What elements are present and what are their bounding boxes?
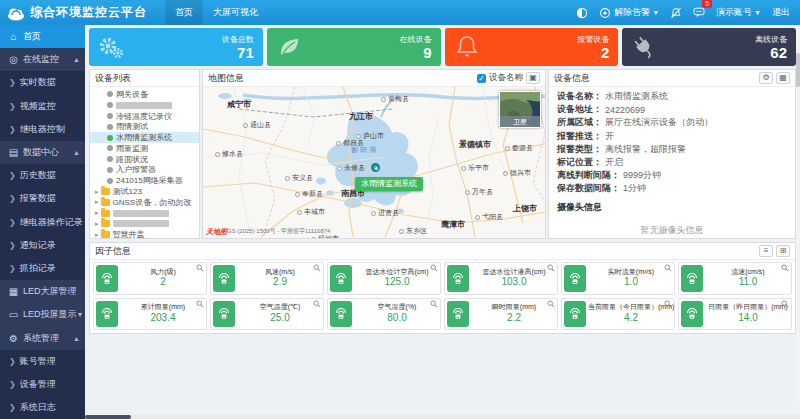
magnifier-icon[interactable] bbox=[313, 300, 321, 308]
magnifier-icon[interactable] bbox=[664, 300, 672, 308]
tree-item[interactable]: ▸ 雨量监测 bbox=[90, 143, 199, 154]
map-label: 奉新县 bbox=[295, 189, 323, 199]
tree-item[interactable]: ▸ 路面状况 bbox=[90, 154, 199, 165]
sensor-icon bbox=[564, 301, 586, 328]
device-info-row: 设备地址： 24220699 bbox=[557, 103, 787, 116]
sidebar-item-system-log[interactable]: ❯ 系统日志 bbox=[0, 396, 85, 419]
map-label: 上饶市 bbox=[513, 203, 537, 214]
sidebar-label: LED大屏管理 bbox=[23, 285, 77, 298]
tree-vertical-scrollbar[interactable] bbox=[796, 27, 800, 401]
tree-item[interactable]: ▸ 雨情测试 bbox=[90, 121, 199, 132]
tree-item[interactable]: ▸ bbox=[90, 208, 199, 219]
factor-card: 风力(级) 2 bbox=[93, 262, 207, 295]
caret-icon: ▸ bbox=[95, 209, 99, 217]
alarm-clear-button[interactable]: 解除告警 ▼ bbox=[599, 6, 659, 19]
factor-card: 瞬时雨量(mm) 2.2 bbox=[444, 298, 558, 331]
sidebar-item-video-monitoring[interactable]: ❯ 视频监控 bbox=[0, 95, 85, 118]
sidebar-item-history-data[interactable]: ❯ 历史数据 bbox=[0, 164, 85, 187]
map-label-text: 万年县 bbox=[472, 187, 493, 197]
grid-icon[interactable]: ▦ bbox=[776, 72, 790, 84]
sidebar-item-device-mgmt[interactable]: ❯ 设备管理 bbox=[0, 373, 85, 396]
magnifier-icon[interactable] bbox=[196, 300, 204, 308]
magnifier-icon[interactable] bbox=[781, 264, 789, 272]
sidebar-item-snapshot-records[interactable]: ❯ 抓拍记录 bbox=[0, 257, 85, 280]
account-menu[interactable]: 演示账号 ▼ bbox=[716, 6, 761, 19]
sidebar-group-data-center[interactable]: ▤ 数据中心 ▲ bbox=[0, 141, 85, 164]
factor-name: 当前雨量（今日雨量）(mm) bbox=[588, 303, 674, 312]
factor-name: 累计雨量(mm) bbox=[120, 303, 206, 312]
tree-item[interactable]: ▸ 网关设备 bbox=[90, 89, 199, 100]
settings-icon[interactable]: ⚙ bbox=[759, 72, 773, 84]
magnifier-icon[interactable] bbox=[781, 300, 789, 308]
map-label-text: 安义县 bbox=[292, 173, 313, 183]
sidebar-item-notice-records[interactable]: ❯ 通知记录 bbox=[0, 234, 85, 257]
tree-horizontal-scrollbar[interactable] bbox=[85, 415, 800, 419]
menu-bigscreen[interactable]: 大屏可视化 bbox=[203, 0, 268, 25]
magnifier-icon[interactable] bbox=[547, 264, 555, 272]
tree-item[interactable]: ▸ 冷链温度记录仪 bbox=[90, 111, 199, 122]
sidebar-item-home[interactable]: ⌂ 首页 bbox=[0, 25, 85, 48]
tree-item[interactable]: ▸ bbox=[90, 219, 199, 230]
tree-item[interactable]: ▸ bbox=[90, 100, 199, 111]
magnifier-icon[interactable] bbox=[664, 264, 672, 272]
tree-item[interactable]: ▸ 智慧井盖 bbox=[90, 229, 199, 238]
magnifier-icon[interactable] bbox=[547, 300, 555, 308]
stat-card-online: 在线设备 9 bbox=[267, 28, 441, 66]
folder-icon bbox=[101, 210, 110, 217]
stat-label: 设备总数 bbox=[222, 34, 254, 45]
stat-card-alarm: 报警设备 2 bbox=[445, 28, 619, 66]
device-marker-label[interactable]: 水雨情监测系统 bbox=[355, 177, 423, 191]
fullscreen-icon[interactable]: ⊞ bbox=[776, 245, 790, 257]
mute-bell-icon[interactable] bbox=[670, 7, 682, 19]
sidebar-item-alarm-data[interactable]: ❯ 报警数据 bbox=[0, 187, 85, 210]
map-label: 鹰潭市 bbox=[441, 219, 465, 230]
map-label-text: 婺源县 bbox=[512, 143, 533, 153]
sidebar-item-realtime-data[interactable]: ❯ 实时数据 bbox=[0, 71, 85, 94]
factor-value: 11.0 bbox=[705, 276, 791, 289]
tree-item-label: 雨情测试 bbox=[116, 121, 148, 132]
info-label: 离线判断间隔： bbox=[557, 169, 620, 182]
top-menu: 首页 大屏可视化 bbox=[165, 0, 268, 25]
map-canvas[interactable]: 咸宁市 通山县 修水县 黄梅县 bbox=[203, 87, 545, 238]
chevron-right-icon: ❯ bbox=[9, 403, 16, 412]
notifications-button[interactable]: 5 bbox=[693, 4, 705, 22]
device-name-checkbox[interactable]: ✓ bbox=[477, 74, 486, 83]
tree-item[interactable]: ▸ GNSS设备，勿动勿改 bbox=[90, 197, 199, 208]
alarm-clear-icon bbox=[599, 7, 611, 19]
sidebar-item-relay-records[interactable]: ❯ 继电器操作记录 bbox=[0, 211, 85, 234]
chevron-up-icon: ▲ bbox=[73, 335, 80, 342]
menu-home[interactable]: 首页 bbox=[165, 0, 203, 25]
tree-item[interactable]: ▸ 测试123 bbox=[90, 186, 199, 197]
info-label: 报警类型： bbox=[557, 143, 602, 156]
factor-name: 瞬时雨量(mm) bbox=[471, 303, 557, 312]
sidebar-item-account-mgmt[interactable]: ❯ 账号管理 bbox=[0, 350, 85, 373]
factor-name: 日雨量（昨日雨量）(mm) bbox=[705, 303, 791, 312]
factor-card: 当前雨量（今日雨量）(mm) 4.2 bbox=[561, 298, 675, 331]
sidebar-item-led-screen-mgmt[interactable]: ▦ LED大屏管理 bbox=[0, 280, 85, 303]
sidebar-item-relay-control[interactable]: ❯ 继电器控制 bbox=[0, 118, 85, 141]
tree-item[interactable]: ▸ 入户报警器 bbox=[90, 165, 199, 176]
factor-card: 风速(m/s) 2.9 bbox=[210, 262, 324, 295]
list-view-icon[interactable]: ≡ bbox=[759, 245, 773, 257]
satellite-layer-toggle[interactable]: 卫星 bbox=[499, 91, 541, 128]
sidebar-group-system-mgmt[interactable]: ⚙ 系统管理 ▲ bbox=[0, 326, 85, 349]
magnifier-icon[interactable] bbox=[313, 264, 321, 272]
map-layers-button[interactable]: ▣ bbox=[526, 72, 540, 84]
magnifier-icon[interactable] bbox=[430, 300, 438, 308]
theme-icon[interactable] bbox=[576, 7, 588, 19]
tree-item-label: GNSS设备，勿动勿改 bbox=[113, 197, 192, 208]
logout-button[interactable]: 退出 bbox=[772, 6, 790, 19]
tree-item-label bbox=[113, 210, 169, 217]
sidebar-label: 数据中心 bbox=[23, 146, 59, 159]
factor-card: 流速(cm/s) 11.0 bbox=[678, 262, 792, 295]
sidebar-label: 视频监控 bbox=[20, 100, 56, 113]
tree-item[interactable]: ▸ 241015网络采集器 bbox=[90, 175, 199, 186]
sidebar-group-led-display[interactable]: ▭ LED投屏显示 ▼ bbox=[0, 303, 85, 326]
plug-icon bbox=[631, 34, 657, 60]
tree-item[interactable]: ▸ 水雨情监测系统 bbox=[90, 132, 199, 143]
magnifier-icon[interactable] bbox=[196, 264, 204, 272]
device-map-marker[interactable] bbox=[371, 163, 380, 172]
chevron-up-icon: ▲ bbox=[73, 56, 80, 63]
magnifier-icon[interactable] bbox=[430, 264, 438, 272]
sidebar-group-online-monitoring[interactable]: ◎ 在线监控 ▲ bbox=[0, 48, 85, 71]
